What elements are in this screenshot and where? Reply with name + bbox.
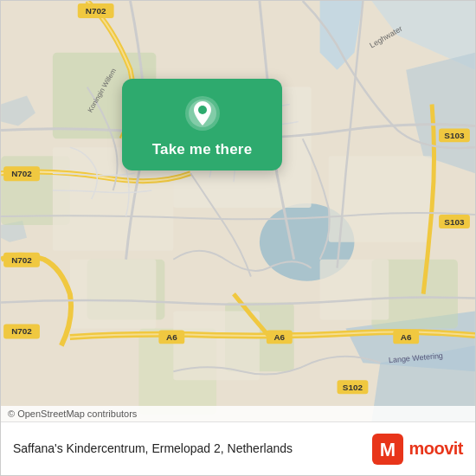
address-text: Saffana's Kindercentrum, Ermelopad 2, Ne… (13, 441, 293, 456)
map-svg: N702 N702 N702 N702 A6 A6 A6 S102 S103 S… (1, 1, 475, 421)
svg-rect-12 (320, 260, 389, 320)
copyright-bar: © OpenStreetMap contributors (1, 406, 475, 421)
map-area: N702 N702 N702 N702 A6 A6 A6 S102 S103 S… (1, 1, 475, 421)
moovit-logo: M moovit (372, 434, 463, 465)
svg-point-39 (198, 106, 207, 114)
copyright-text: © OpenStreetMap contributors (8, 408, 137, 419)
svg-rect-13 (173, 312, 260, 381)
svg-text:N702: N702 (11, 326, 32, 336)
moovit-icon: M (372, 434, 403, 465)
svg-text:N702: N702 (11, 169, 32, 178)
footer: Saffana's Kindercentrum, Ermelopad 2, Ne… (1, 421, 475, 475)
moovit-label: moovit (408, 439, 463, 459)
location-card[interactable]: Take me there (122, 79, 282, 170)
svg-text:A6: A6 (273, 332, 285, 342)
svg-text:N702: N702 (86, 6, 106, 16)
svg-text:A6: A6 (401, 332, 412, 342)
svg-text:N702: N702 (11, 255, 32, 265)
svg-text:S103: S103 (444, 217, 465, 227)
svg-rect-10 (70, 260, 157, 329)
location-pin-icon (183, 94, 222, 132)
app-container: N702 N702 N702 N702 A6 A6 A6 S102 S103 S… (0, 0, 476, 476)
svg-text:S103: S103 (444, 131, 465, 140)
take-me-there-button[interactable]: Take me there (152, 141, 253, 158)
svg-text:A6: A6 (166, 332, 177, 342)
svg-text:S102: S102 (343, 383, 363, 392)
svg-text:M: M (380, 439, 396, 460)
